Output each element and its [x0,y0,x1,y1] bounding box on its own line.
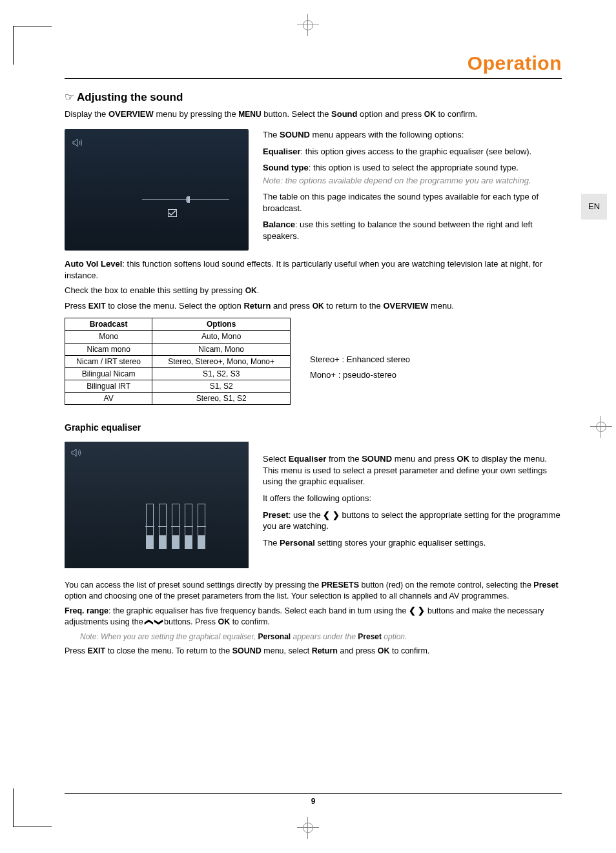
sound-p1: The SOUND menu appears with the followin… [263,129,562,141]
ok-label: OK [457,454,470,464]
autovol-p1: Auto Vol Level: this function softens lo… [65,258,562,281]
sound-p4: The table on this page indicates the sou… [263,191,562,214]
t: menu appears with the following options: [310,130,464,139]
mono-plus-note: Mono+ : pseudo-stereo [310,369,410,381]
page-footer: 9 [65,793,562,807]
t: button (red) on the remote control, sele… [359,581,533,590]
th-options: Options [152,318,291,331]
t: from the [326,454,362,464]
manual-page: Operation EN ☞Adjusting the sound Displa… [0,0,616,853]
equaliser-screenshot [65,442,249,568]
ok-label: OK [218,617,230,626]
cell: Auto, Mono [152,331,291,343]
t: Display the [65,109,108,119]
preset-label: Preset [358,632,382,641]
graphic-equaliser-heading: Graphic equaliser [65,422,562,434]
ok-label: OK [313,302,324,311]
footer-p1: You can access the list of preset sound … [65,580,562,602]
eq-bar [198,504,205,549]
t: menu. [428,301,454,311]
sound-label: SOUND [232,646,262,655]
footer-rule [65,793,562,794]
t: : this function softens loud sound effec… [65,259,542,280]
table-header-row: Broadcast Options [65,318,291,331]
t: button. Select the [262,109,331,119]
sound-menu-row: The SOUND menu appears with the followin… [65,129,562,251]
overview-label: OVERVIEW [108,109,154,119]
sound-p2: Equaliser: this option gives access to t… [263,146,562,158]
eq-p4: The Personal setting stores your graphic… [263,537,562,549]
t: You can access the list of preset sound … [65,581,322,590]
t: : this option is used to select the appr… [309,163,518,172]
t: The [263,538,280,548]
t: : use this setting to balance the sound … [263,220,533,241]
section-title: ☞Adjusting the sound [65,90,562,105]
ok-label: OK [378,646,390,655]
ok-button-label: OK [424,110,436,119]
left-arrow-icon: ❮ [409,606,416,615]
table-row: Nicam / IRT stereoStereo, Stereo+, Mono,… [65,355,291,367]
eq-bar [172,504,180,549]
eq-p3: Preset: use the ❮ ❯ buttons to select th… [263,509,562,532]
speaker-icon [72,138,84,150]
t: to confirm. [230,617,270,626]
table-row: Nicam monoNicam, Mono [65,343,291,355]
return-label: Return [312,646,338,655]
intro-paragraph: Display the OVERVIEW menu by pressing th… [65,108,562,120]
t: menu, select [262,646,312,655]
t: Select [263,454,289,464]
eq-bar [185,504,192,549]
t: Check the box to enable this setting by … [65,285,245,295]
th-broadcast: Broadcast [65,318,152,331]
footer-note: Note: When you are setting the graphical… [80,632,562,642]
t: option. [382,632,407,641]
table-row: Bilingual NicamS1, S2, S3 [65,367,291,380]
table-row: AVStereo, S1, S2 [65,393,291,405]
balance-label: Balance [263,220,295,229]
options-table-wrap: Broadcast Options MonoAuto, Mono Nicam m… [65,318,562,405]
personal-label: Personal [258,632,291,641]
page-number: 9 [65,796,562,807]
eq-bars [146,504,205,549]
t: to confirm. [390,646,430,655]
crop-mark-bl [13,788,52,827]
eq-bar [159,504,167,549]
t: : use the [289,510,323,520]
sound-type-label: Sound type [263,163,309,172]
t: menu and press [392,454,457,464]
sound-p5: Balance: use this setting to balance the… [263,219,562,242]
equaliser-label: Equaliser [289,454,327,464]
cell: Nicam / IRT stereo [65,355,152,367]
checkbox-icon [168,209,177,217]
right-arrow-icon: ❯ [418,606,425,615]
preset-label: Preset [533,581,558,590]
registration-mark-top [301,18,315,32]
cell: Stereo, Stereo+, Mono, Mono+ [152,355,291,367]
t: Note: When you are setting the graphical… [80,632,258,641]
cell: Nicam mono [65,343,152,355]
cell: AV [65,393,152,405]
section-title-text: Adjusting the sound [77,91,183,103]
t: to return to the [324,301,384,311]
equaliser-row: Select Equaliser from the SOUND menu and… [65,442,562,568]
left-arrow-icon: ❮ [323,510,330,520]
t: buttons. Press [162,617,218,626]
t: appears under the [291,632,358,641]
t: and press [271,301,312,311]
registration-mark-bottom [301,821,315,835]
sound-menu-screenshot [65,129,249,251]
right-arrow-icon: ❯ [333,510,340,520]
crop-mark-tl [13,26,52,65]
t: : this option gives access to the graphi… [301,147,532,156]
t: : the graphic equaliser has five frequen… [108,606,409,615]
cell: Bilingual Nicam [65,367,152,380]
sound-option-label: Sound [331,109,357,119]
ok-label: OK [245,286,257,295]
t: setting stores your graphic equaliser se… [315,538,486,548]
eq-bar [146,504,154,549]
page-header-title: Operation [65,50,562,77]
language-tab: EN [581,194,607,220]
stereo-plus-note: Stereo+ : Enhanced stereo [310,354,410,365]
menu-button-label: MENU [238,110,261,119]
t: The [263,130,280,139]
